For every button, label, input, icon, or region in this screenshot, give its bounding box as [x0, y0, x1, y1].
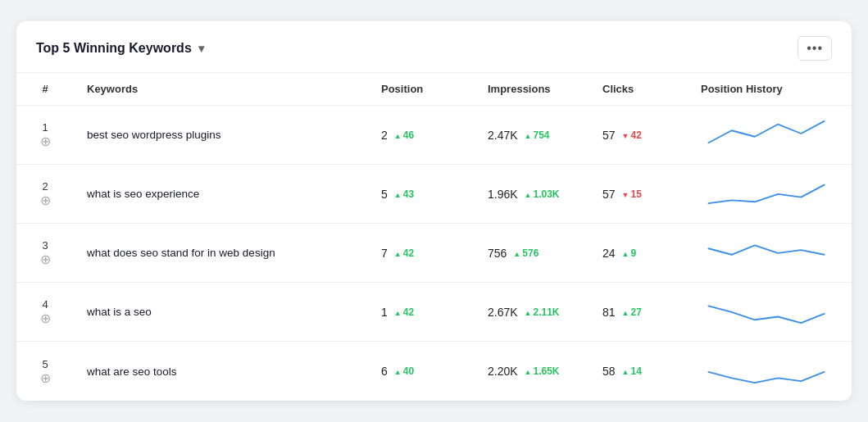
add-icon[interactable]: ⊕ — [40, 372, 51, 385]
position-cell: 7 42 — [368, 224, 475, 283]
position-cell: 5 43 — [368, 165, 475, 224]
clicks-delta: 9 — [622, 247, 637, 259]
keyword-cell: what is seo experience — [74, 165, 368, 224]
position-value: 6 — [381, 365, 388, 378]
rank-cell: 2 ⊕ — [16, 165, 74, 224]
rank-cell: 4 ⊕ — [16, 283, 74, 342]
clicks-cell: 24 9 — [589, 224, 688, 283]
up-arrow-icon — [525, 306, 532, 318]
position-delta: 42 — [394, 306, 414, 318]
position-value: 1 — [381, 306, 388, 319]
clicks-cell: 57 15 — [589, 165, 688, 224]
sparkline-chart — [701, 112, 832, 155]
history-cell — [688, 165, 852, 224]
main-card: Top 5 Winning Keywords ▾ ••• # Keywords … — [16, 21, 852, 401]
clicks-value: 57 — [602, 129, 616, 142]
keyword-text: what is a seo — [87, 306, 152, 318]
card-header: Top 5 Winning Keywords ▾ ••• — [16, 21, 852, 73]
clicks-delta: 42 — [622, 129, 642, 141]
position-cell: 6 40 — [368, 342, 475, 401]
rank-cell: 1 ⊕ — [16, 106, 74, 165]
table-body: 1 ⊕ best seo wordpress plugins 2 46 2.47… — [16, 106, 852, 401]
up-arrow-icon — [513, 247, 520, 259]
rank-cell: 5 ⊕ — [16, 342, 74, 401]
position-value: 5 — [381, 188, 388, 201]
down-arrow-icon — [622, 129, 629, 141]
down-arrow-icon — [622, 188, 629, 200]
up-arrow-icon — [525, 188, 532, 200]
up-arrow-icon — [394, 365, 402, 377]
clicks-value: 58 — [602, 365, 616, 378]
more-options-button[interactable]: ••• — [798, 36, 832, 61]
keyword-cell: what are seo tools — [74, 342, 368, 401]
keyword-text: what is seo experience — [87, 188, 199, 200]
col-impressions: Impressions — [475, 73, 589, 106]
col-keywords: Keywords — [74, 73, 368, 106]
position-delta: 46 — [394, 129, 414, 141]
history-cell — [688, 283, 852, 342]
impressions-value: 1.96K — [488, 188, 518, 201]
clicks-value: 24 — [602, 247, 616, 260]
table-row: 1 ⊕ best seo wordpress plugins 2 46 2.47… — [16, 106, 852, 165]
up-arrow-icon — [622, 306, 629, 318]
rank-cell: 3 ⊕ — [16, 224, 74, 283]
table-row: 4 ⊕ what is a seo 1 42 2.67K 2.11K 81 27 — [16, 283, 852, 342]
impressions-cell: 2.47K 754 — [475, 106, 589, 165]
keyword-text: what does seo stand for in web design — [87, 247, 275, 259]
history-cell — [688, 106, 852, 165]
impressions-cell: 756 576 — [475, 224, 589, 283]
position-value: 7 — [381, 247, 388, 260]
col-rank: # — [16, 73, 74, 106]
position-cell: 1 42 — [368, 283, 475, 342]
impressions-delta: 576 — [513, 247, 539, 259]
up-arrow-icon — [394, 247, 402, 259]
keyword-cell: what is a seo — [74, 283, 368, 342]
impressions-delta: 2.11K — [525, 306, 560, 318]
clicks-delta: 27 — [622, 306, 642, 318]
clicks-cell: 58 14 — [589, 342, 688, 401]
impressions-delta: 754 — [525, 129, 550, 141]
add-icon[interactable]: ⊕ — [40, 194, 51, 207]
up-arrow-icon — [622, 247, 629, 259]
table-row: 3 ⊕ what does seo stand for in web desig… — [16, 224, 852, 283]
table-header: # Keywords Position Impressions Clicks P… — [16, 73, 852, 106]
rank-number: 1 — [42, 121, 48, 134]
card-title: Top 5 Winning Keywords ▾ — [36, 41, 204, 56]
impressions-cell: 2.67K 2.11K — [475, 283, 589, 342]
sparkline-chart — [701, 289, 832, 332]
keyword-text: best seo wordpress plugins — [87, 129, 221, 141]
title-text: Top 5 Winning Keywords — [36, 41, 192, 56]
clicks-delta: 15 — [622, 188, 642, 200]
rank-number: 5 — [42, 358, 48, 370]
keyword-cell: what does seo stand for in web design — [74, 224, 368, 283]
position-delta: 42 — [394, 247, 414, 259]
table-row: 5 ⊕ what are seo tools 6 40 2.20K 1.65K … — [16, 342, 852, 401]
add-icon[interactable]: ⊕ — [40, 253, 51, 266]
add-icon[interactable]: ⊕ — [40, 135, 51, 148]
position-delta: 40 — [394, 365, 414, 377]
keywords-table: # Keywords Position Impressions Clicks P… — [16, 73, 852, 401]
rank-number: 3 — [42, 239, 48, 252]
keyword-text: what are seo tools — [87, 365, 177, 378]
up-arrow-icon — [394, 188, 402, 200]
history-cell — [688, 342, 852, 401]
col-clicks: Clicks — [589, 73, 688, 106]
impressions-delta: 1.03K — [525, 188, 560, 200]
rank-number: 2 — [42, 180, 48, 193]
position-delta: 43 — [394, 188, 414, 200]
impressions-value: 756 — [488, 247, 507, 260]
keyword-cell: best seo wordpress plugins — [74, 106, 368, 165]
clicks-delta: 14 — [622, 365, 642, 377]
sparkline-chart — [701, 349, 832, 392]
col-history: Position History — [688, 73, 852, 106]
clicks-value: 81 — [602, 306, 616, 319]
up-arrow-icon — [394, 129, 402, 141]
rank-number: 4 — [42, 298, 48, 311]
col-position: Position — [368, 73, 475, 106]
clicks-cell: 57 42 — [589, 106, 688, 165]
table-row: 2 ⊕ what is seo experience 5 43 1.96K 1.… — [16, 165, 852, 224]
up-arrow-icon — [525, 129, 532, 141]
dropdown-chevron[interactable]: ▾ — [198, 42, 204, 55]
add-icon[interactable]: ⊕ — [40, 312, 51, 325]
impressions-value: 2.47K — [488, 129, 518, 142]
